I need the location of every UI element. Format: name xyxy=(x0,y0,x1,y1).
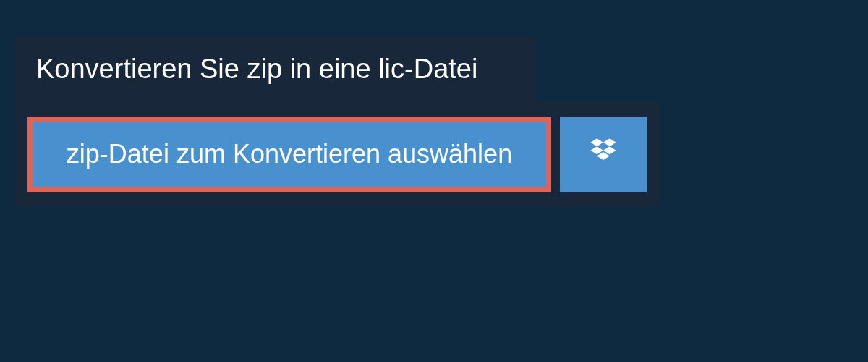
dropbox-button[interactable] xyxy=(560,117,647,192)
file-select-panel: zip-Datei zum Konvertieren auswählen xyxy=(14,102,660,206)
page-title: Konvertieren Sie zip in eine lic-Datei xyxy=(36,54,514,85)
select-file-button[interactable]: zip-Datei zum Konvertieren auswählen xyxy=(27,117,551,192)
dropbox-icon xyxy=(587,137,619,172)
select-file-label: zip-Datei zum Konvertieren auswählen xyxy=(67,139,512,169)
page-header: Konvertieren Sie zip in eine lic-Datei xyxy=(14,36,535,102)
